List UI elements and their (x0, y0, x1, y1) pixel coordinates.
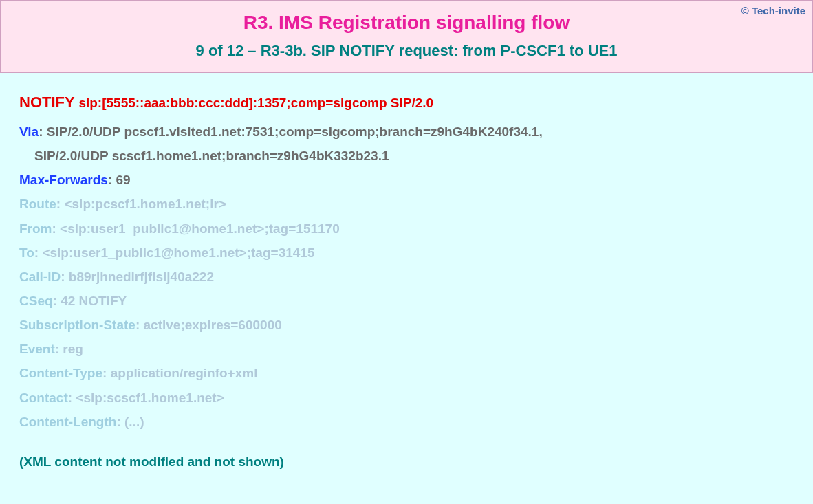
route-name: Route (19, 197, 56, 211)
header-banner: © Tech-invite R3. IMS Registration signa… (0, 0, 813, 73)
via-header: Via: SIP/2.0/UDP pcscf1.visited1.net:753… (19, 120, 794, 144)
content-length-name: Content-Length (19, 415, 116, 429)
contact-value: <sip:scscf1.home1.net> (76, 391, 224, 405)
subscription-state-value: active;expires=600000 (144, 318, 282, 332)
via-value-2: SIP/2.0/UDP scscf1.home1.net;branch=z9hG… (19, 144, 389, 168)
cseq-value: 42 NOTIFY (61, 294, 127, 308)
content-length-value: (...) (124, 415, 144, 429)
request-method: NOTIFY (19, 94, 74, 111)
copyright-text: © Tech-invite (741, 5, 805, 17)
event-name: Event (19, 342, 55, 356)
from-name: From (19, 221, 52, 236)
route-value: <sip:pcscf1.home1.net;lr> (64, 197, 226, 211)
xml-content-note: (XML content not modified and not shown) (19, 454, 794, 470)
max-forwards-value: 69 (116, 173, 130, 187)
request-line: NOTIFY sip:[5555::aaa:bbb:ccc:ddd]:1357;… (19, 94, 794, 111)
cseq-header: CSeq: 42 NOTIFY (19, 289, 794, 313)
subscription-state-header: Subscription-State: active;expires=60000… (19, 313, 794, 337)
to-value: <sip:user1_public1@home1.net>;tag=31415 (42, 245, 314, 260)
content-type-value: application/reginfo+xml (111, 366, 258, 380)
event-value: reg (63, 342, 83, 356)
page-title: R3. IMS Registration signalling flow (14, 12, 799, 34)
contact-name: Contact (19, 391, 68, 405)
contact-header: Contact: <sip:scscf1.home1.net> (19, 386, 794, 410)
event-header: Event: reg (19, 337, 794, 361)
content-type-header: Content-Type: application/reginfo+xml (19, 361, 794, 385)
call-id-value: b89rjhnedlrfjflslj40a222 (69, 270, 214, 284)
request-uri: sip:[5555::aaa:bbb:ccc:ddd]:1357;comp=si… (78, 96, 433, 110)
via-header-cont: SIP/2.0/UDP scscf1.home1.net;branch=z9hG… (19, 144, 794, 168)
via-header-name: Via (19, 124, 39, 139)
cseq-name: CSeq (19, 294, 53, 308)
call-id-header: Call-ID: b89rjhnedlrfjflslj40a222 (19, 265, 794, 289)
sip-message-body: NOTIFY sip:[5555::aaa:bbb:ccc:ddd]:1357;… (0, 73, 813, 483)
from-header: From: <sip:user1_public1@home1.net>;tag=… (19, 217, 794, 241)
max-forwards-header: Max-Forwards: 69 (19, 168, 794, 192)
page-subtitle: 9 of 12 – R3-3b. SIP NOTIFY request: fro… (14, 42, 799, 60)
content-length-header: Content-Length: (...) (19, 410, 794, 434)
route-header: Route: <sip:pcscf1.home1.net;lr> (19, 192, 794, 216)
via-value-1: SIP/2.0/UDP pcscf1.visited1.net:7531;com… (47, 124, 543, 139)
to-name: To (19, 245, 34, 260)
to-header: To: <sip:user1_public1@home1.net>;tag=31… (19, 241, 794, 265)
call-id-name: Call-ID (19, 270, 61, 284)
subscription-state-name: Subscription-State (19, 318, 136, 332)
content-type-name: Content-Type (19, 366, 102, 380)
from-value: <sip:user1_public1@home1.net>;tag=151170 (60, 221, 340, 236)
max-forwards-name: Max-Forwards (19, 173, 108, 187)
